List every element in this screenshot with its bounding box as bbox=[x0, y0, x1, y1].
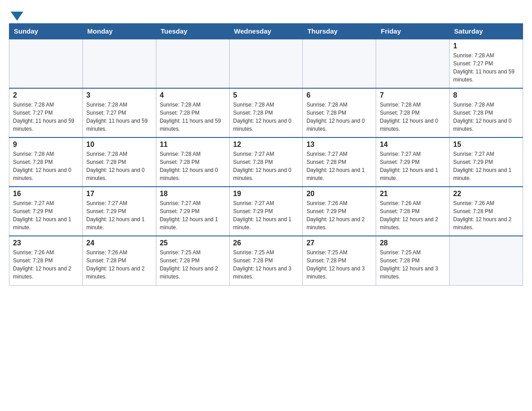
calendar-cell: 27Sunrise: 7:25 AMSunset: 7:28 PMDayligh… bbox=[303, 236, 376, 285]
weekday-header-wednesday: Wednesday bbox=[229, 24, 303, 39]
calendar-cell: 20Sunrise: 7:26 AMSunset: 7:29 PMDayligh… bbox=[303, 187, 376, 236]
calendar-cell: 8Sunrise: 7:28 AMSunset: 7:28 PMDaylight… bbox=[450, 88, 523, 137]
day-info: Sunrise: 7:28 AMSunset: 7:28 PMDaylight:… bbox=[86, 150, 152, 182]
calendar-cell: 15Sunrise: 7:27 AMSunset: 7:29 PMDayligh… bbox=[450, 137, 523, 187]
calendar-cell: 16Sunrise: 7:27 AMSunset: 7:29 PMDayligh… bbox=[9, 187, 83, 236]
day-info: Sunrise: 7:28 AMSunset: 7:28 PMDaylight:… bbox=[380, 101, 446, 133]
day-info: Sunrise: 7:27 AMSunset: 7:29 PMDaylight:… bbox=[13, 199, 79, 231]
calendar-cell: 13Sunrise: 7:27 AMSunset: 7:28 PMDayligh… bbox=[303, 137, 376, 187]
day-info: Sunrise: 7:27 AMSunset: 7:29 PMDaylight:… bbox=[233, 199, 299, 231]
day-number: 2 bbox=[13, 91, 79, 99]
day-number: 10 bbox=[86, 141, 152, 149]
calendar-table: SundayMondayTuesdayWednesdayThursdayFrid… bbox=[9, 23, 523, 286]
day-number: 13 bbox=[306, 141, 372, 149]
day-number: 22 bbox=[453, 190, 519, 198]
logo-arrow-icon bbox=[11, 12, 23, 21]
calendar-cell: 22Sunrise: 7:26 AMSunset: 7:28 PMDayligh… bbox=[450, 187, 523, 236]
day-info: Sunrise: 7:28 AMSunset: 7:28 PMDaylight:… bbox=[13, 150, 79, 182]
day-info: Sunrise: 7:26 AMSunset: 7:28 PMDaylight:… bbox=[453, 199, 519, 231]
calendar-cell: 6Sunrise: 7:28 AMSunset: 7:28 PMDaylight… bbox=[303, 88, 376, 137]
calendar-cell bbox=[450, 236, 523, 285]
calendar-cell: 7Sunrise: 7:28 AMSunset: 7:28 PMDaylight… bbox=[376, 88, 450, 137]
calendar-cell: 3Sunrise: 7:28 AMSunset: 7:27 PMDaylight… bbox=[82, 88, 156, 137]
calendar-cell: 24Sunrise: 7:26 AMSunset: 7:28 PMDayligh… bbox=[82, 236, 156, 285]
calendar-cell: 19Sunrise: 7:27 AMSunset: 7:29 PMDayligh… bbox=[229, 187, 303, 236]
day-number: 19 bbox=[233, 190, 299, 198]
calendar-cell: 1Sunrise: 7:28 AMSunset: 7:27 PMDaylight… bbox=[450, 39, 523, 88]
calendar-cell bbox=[376, 39, 450, 88]
day-info: Sunrise: 7:28 AMSunset: 7:27 PMDaylight:… bbox=[86, 101, 152, 133]
day-number: 18 bbox=[160, 190, 226, 198]
day-number: 11 bbox=[160, 141, 226, 149]
day-number: 23 bbox=[13, 239, 79, 247]
logo-top bbox=[9, 9, 23, 21]
calendar-cell: 18Sunrise: 7:27 AMSunset: 7:29 PMDayligh… bbox=[156, 187, 229, 236]
day-number: 15 bbox=[453, 141, 519, 149]
calendar-week-3: 9Sunrise: 7:28 AMSunset: 7:28 PMDaylight… bbox=[9, 137, 523, 187]
day-number: 12 bbox=[233, 141, 299, 149]
day-info: Sunrise: 7:25 AMSunset: 7:28 PMDaylight:… bbox=[233, 248, 299, 281]
calendar-cell bbox=[303, 39, 376, 88]
day-number: 17 bbox=[86, 190, 152, 198]
day-number: 25 bbox=[160, 239, 226, 247]
day-info: Sunrise: 7:25 AMSunset: 7:28 PMDaylight:… bbox=[380, 248, 446, 281]
calendar-cell: 21Sunrise: 7:26 AMSunset: 7:28 PMDayligh… bbox=[376, 187, 450, 236]
day-number: 14 bbox=[380, 141, 446, 149]
day-info: Sunrise: 7:27 AMSunset: 7:29 PMDaylight:… bbox=[160, 199, 226, 231]
day-number: 26 bbox=[233, 239, 299, 247]
calendar-cell bbox=[229, 39, 303, 88]
calendar-cell: 11Sunrise: 7:28 AMSunset: 7:28 PMDayligh… bbox=[156, 137, 229, 187]
calendar-cell bbox=[82, 39, 156, 88]
day-number: 21 bbox=[380, 190, 446, 198]
calendar-cell: 4Sunrise: 7:28 AMSunset: 7:28 PMDaylight… bbox=[156, 88, 229, 137]
day-info: Sunrise: 7:28 AMSunset: 7:27 PMDaylight:… bbox=[13, 101, 79, 133]
calendar-cell: 25Sunrise: 7:25 AMSunset: 7:28 PMDayligh… bbox=[156, 236, 229, 285]
day-info: Sunrise: 7:28 AMSunset: 7:28 PMDaylight:… bbox=[160, 150, 226, 182]
calendar-cell: 10Sunrise: 7:28 AMSunset: 7:28 PMDayligh… bbox=[82, 137, 156, 187]
weekday-header-thursday: Thursday bbox=[303, 24, 376, 39]
day-info: Sunrise: 7:25 AMSunset: 7:28 PMDaylight:… bbox=[306, 248, 372, 281]
calendar-cell bbox=[156, 39, 229, 88]
calendar-cell: 28Sunrise: 7:25 AMSunset: 7:28 PMDayligh… bbox=[376, 236, 450, 285]
day-number: 3 bbox=[86, 91, 152, 99]
weekday-header-saturday: Saturday bbox=[450, 24, 523, 39]
calendar-cell: 5Sunrise: 7:28 AMSunset: 7:28 PMDaylight… bbox=[229, 88, 303, 137]
weekday-header-row: SundayMondayTuesdayWednesdayThursdayFrid… bbox=[9, 24, 523, 39]
day-number: 5 bbox=[233, 91, 299, 99]
day-info: Sunrise: 7:28 AMSunset: 7:28 PMDaylight:… bbox=[160, 101, 226, 133]
day-info: Sunrise: 7:27 AMSunset: 7:28 PMDaylight:… bbox=[233, 150, 299, 182]
day-info: Sunrise: 7:26 AMSunset: 7:28 PMDaylight:… bbox=[380, 199, 446, 231]
calendar-cell: 12Sunrise: 7:27 AMSunset: 7:28 PMDayligh… bbox=[229, 137, 303, 187]
day-number: 8 bbox=[453, 91, 519, 99]
logo bbox=[9, 9, 23, 19]
calendar-week-4: 16Sunrise: 7:27 AMSunset: 7:29 PMDayligh… bbox=[9, 187, 523, 236]
day-number: 24 bbox=[86, 239, 152, 247]
day-info: Sunrise: 7:25 AMSunset: 7:28 PMDaylight:… bbox=[160, 248, 226, 281]
calendar-cell: 26Sunrise: 7:25 AMSunset: 7:28 PMDayligh… bbox=[229, 236, 303, 285]
weekday-header-friday: Friday bbox=[376, 24, 450, 39]
calendar-cell: 23Sunrise: 7:26 AMSunset: 7:28 PMDayligh… bbox=[9, 236, 83, 285]
page-header bbox=[9, 9, 523, 19]
day-number: 20 bbox=[306, 190, 372, 198]
calendar-cell: 9Sunrise: 7:28 AMSunset: 7:28 PMDaylight… bbox=[9, 137, 83, 187]
weekday-header-sunday: Sunday bbox=[9, 24, 83, 39]
day-info: Sunrise: 7:27 AMSunset: 7:29 PMDaylight:… bbox=[453, 150, 519, 182]
day-number: 28 bbox=[380, 239, 446, 247]
day-info: Sunrise: 7:27 AMSunset: 7:29 PMDaylight:… bbox=[86, 199, 152, 231]
calendar-cell: 2Sunrise: 7:28 AMSunset: 7:27 PMDaylight… bbox=[9, 88, 83, 137]
day-number: 27 bbox=[306, 239, 372, 247]
weekday-header-monday: Monday bbox=[82, 24, 156, 39]
day-info: Sunrise: 7:27 AMSunset: 7:28 PMDaylight:… bbox=[306, 150, 372, 182]
day-number: 4 bbox=[160, 91, 226, 99]
day-number: 7 bbox=[380, 91, 446, 99]
day-number: 9 bbox=[13, 141, 79, 149]
day-number: 6 bbox=[306, 91, 372, 99]
day-number: 1 bbox=[453, 42, 519, 50]
day-info: Sunrise: 7:26 AMSunset: 7:29 PMDaylight:… bbox=[306, 199, 372, 231]
day-info: Sunrise: 7:28 AMSunset: 7:28 PMDaylight:… bbox=[233, 101, 299, 133]
calendar-week-2: 2Sunrise: 7:28 AMSunset: 7:27 PMDaylight… bbox=[9, 88, 523, 137]
calendar-week-1: 1Sunrise: 7:28 AMSunset: 7:27 PMDaylight… bbox=[9, 39, 523, 88]
calendar-cell: 14Sunrise: 7:27 AMSunset: 7:29 PMDayligh… bbox=[376, 137, 450, 187]
day-info: Sunrise: 7:28 AMSunset: 7:28 PMDaylight:… bbox=[453, 101, 519, 133]
calendar-week-5: 23Sunrise: 7:26 AMSunset: 7:28 PMDayligh… bbox=[9, 236, 523, 285]
